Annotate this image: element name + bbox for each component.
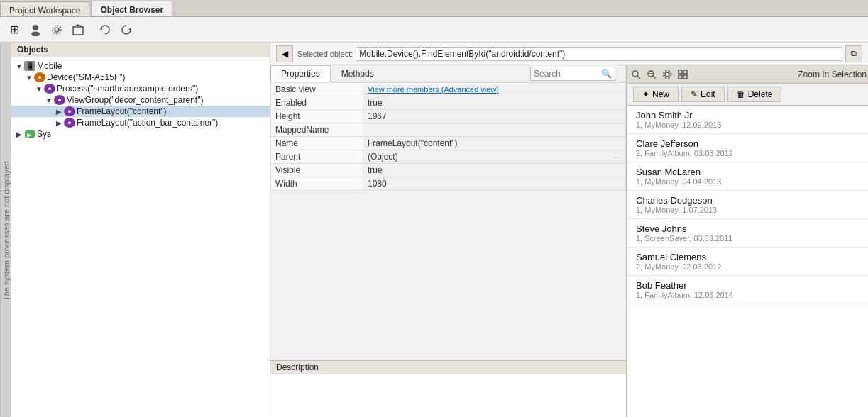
tab-properties[interactable]: Properties [270,65,331,82]
new-label: New [652,89,669,99]
objects-header: Objects [11,43,270,57]
item-sub-5: 2, MyMoney, 02.03.2012 [636,262,859,271]
list-icon-search[interactable] [629,67,643,82]
search-icon: 🔍 [601,69,612,79]
expander-mobile[interactable]: ▼ [14,62,24,70]
label-framelayout-content: FrameLayout("content") [77,106,167,116]
svg-line-10 [653,76,656,79]
list-item[interactable]: Steve Johns 1, ScreenSaver, 03.03.2011 [627,219,868,248]
prop-val-height: 1967 [363,110,626,123]
item-name-1: Clare Jefferson [636,138,859,149]
properties-panel: Properties Methods 🔍 Ba [270,65,627,417]
item-name-6: Bob Feather [636,280,859,291]
prop-name-height: Height [271,110,363,123]
expander-process[interactable]: ▼ [34,85,44,93]
expander-viewgroup[interactable]: ▼ [44,96,54,104]
description-header: Description [270,361,626,374]
list-icon-settings[interactable] [660,67,674,82]
new-icon: ✦ [642,89,649,99]
item-sub-6: 1, FamilyAlbum, 12.06.2014 [636,291,859,299]
item-name-0: John Smith Jr [636,110,859,121]
icon-framelayout-content: ● [64,106,75,116]
objects-panel: Objects ▼ 📱 Mobile ▼ ● Device("SM-A515F"… [11,43,270,417]
list-item[interactable]: Bob Feather 1, FamilyAlbum, 12.06.2014 [627,276,868,304]
prop-name-width: Width [271,177,363,191]
tree-node-viewgroup[interactable]: ▼ ● ViewGroup("decor_content_parent") [11,94,270,106]
expander-device[interactable]: ▼ [24,74,34,82]
user-button[interactable] [26,20,45,40]
tree-node-process[interactable]: ▼ ● Process("smartbear.example.orders") [11,83,270,94]
refresh-button[interactable] [95,20,115,40]
svg-point-2 [55,28,59,32]
list-item[interactable]: Samuel Clemens 2, MyMoney, 02.03.2012 [627,248,868,276]
expander-framelayout-actionbar[interactable]: ▶ [54,119,64,127]
svg-point-12 [665,72,669,77]
svg-point-3 [53,26,61,34]
edit-button[interactable]: ✎ Edit [681,87,725,102]
back-button[interactable]: ◀ [276,45,293,62]
icon-mobile: 📱 [24,61,35,71]
item-sub-0: 1, MyMoney, 12.09.2013 [636,121,859,129]
tree-node-framelayout-content[interactable]: ▶ ● FrameLayout("content") [11,106,270,117]
list-item[interactable]: John Smith Jr 1, MyMoney, 12.09.2013 [627,106,868,134]
prop-val-parent: (Object) … [363,150,626,164]
icon-process: ● [44,84,55,94]
list-item[interactable]: Charles Dodgeson 1, MyMoney, 1.07.2013 [627,191,868,219]
item-name-5: Samuel Clemens [636,252,859,262]
package-button[interactable] [68,20,88,40]
list-icon-zoom-out[interactable] [644,67,659,82]
icon-device: ● [34,72,45,82]
prop-val-width: 1080 [363,177,626,191]
tab-methods[interactable]: Methods [331,65,385,82]
expander-framelayout-content[interactable]: ▶ [54,108,64,116]
copy-button[interactable]: ⧉ [845,45,862,62]
list-item[interactable]: Susan McLaren 1, MyMoney, 04.04.2013 [627,162,868,191]
new-button[interactable]: ✦ New [633,87,679,102]
properties-wrapper: Basic view View more members (Advanced v… [270,82,626,417]
vertical-label: The system processes are not displayed. [2,153,11,306]
prop-val-visible: true [363,164,626,177]
objects-tree: ▼ 📱 Mobile ▼ ● Device("SM-A515F") ▼ ● Pr… [11,57,270,417]
tree-node-device[interactable]: ▼ ● Device("SM-A515F") [11,72,270,83]
list-item[interactable]: Clare Jefferson 2, FamilyAlbum, 03.03.20… [627,134,868,162]
list-icon-grid[interactable] [676,67,690,82]
tree-node-sys[interactable]: ▶ ▶ Sys [11,128,270,140]
svg-text:▶: ▶ [27,132,32,138]
icon-viewgroup: ● [54,95,65,105]
expander-sys[interactable]: ▶ [14,130,24,138]
prop-name-visible: Visible [271,164,363,177]
svg-point-0 [33,25,38,30]
prop-val-name: FrameLayout("content") [363,137,626,150]
vertical-label-container: The system processes are not displayed. [0,43,11,417]
properties-table: Basic view View more members (Advanced v… [270,82,626,191]
item-name-2: Susan McLaren [636,167,859,177]
tree-node-framelayout-actionbar[interactable]: ▶ ● FrameLayout("action_bar_container") [11,117,270,128]
props-table-wrapper: Basic view View more members (Advanced v… [270,82,626,360]
prop-tabs-bar: Properties Methods 🔍 [270,65,626,82]
selected-object-label: Selected object: [297,50,353,58]
tree-node-mobile[interactable]: ▼ 📱 Mobile [11,60,270,72]
icon-sys: ▶ [24,129,35,139]
list-items-container: John Smith Jr 1, MyMoney, 12.09.2013 Cla… [627,106,868,417]
table-row: MappedName [271,123,626,137]
reload-button[interactable] [116,20,136,40]
tab-project-workspace[interactable]: Project Workspace [0,1,89,16]
item-sub-4: 1, ScreenSaver, 03.03.2011 [636,234,859,243]
search-area: 🔍 [530,65,626,82]
svg-point-1 [31,31,40,36]
item-name-3: Charles Dodgeson [636,195,859,206]
tab-object-browser[interactable]: Object Browser [91,1,172,16]
delete-button[interactable]: 🗑 Delete [727,87,782,102]
prop-val-enabled: true [363,96,626,110]
zoom-label: Zoom In Selection [798,70,867,79]
ellipsis-btn-parent[interactable]: … [614,152,621,160]
edit-label: Edit [701,89,715,99]
advanced-view-link[interactable]: View more members (Advanced view) [368,85,499,94]
settings-button[interactable] [47,20,67,40]
prop-name-parent: Parent [271,150,363,164]
table-row: Name FrameLayout("content") [271,137,626,150]
grid-button[interactable]: ⊞ [4,20,24,40]
label-viewgroup: ViewGroup("decor_content_parent") [67,95,203,105]
table-row: Width 1080 [271,177,626,191]
prop-name-name: Name [271,137,363,150]
